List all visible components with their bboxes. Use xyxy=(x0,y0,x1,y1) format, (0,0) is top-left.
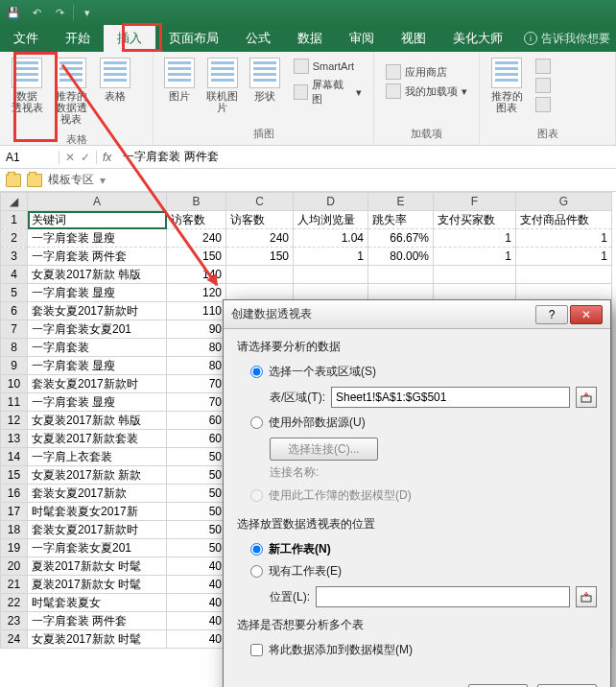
row-header[interactable]: 16 xyxy=(1,485,28,503)
row-header[interactable]: 3 xyxy=(1,248,28,266)
folder-icon[interactable] xyxy=(6,174,21,187)
tab-insert[interactable]: 插入 xyxy=(104,25,155,52)
recommended-pivot-button[interactable]: 推荐的 数据透视表 xyxy=(50,56,92,127)
cell[interactable]: 40 xyxy=(167,557,226,576)
tab-layout[interactable]: 页面布局 xyxy=(155,25,232,52)
close-button[interactable]: ✕ xyxy=(570,305,603,324)
row-header[interactable]: 13 xyxy=(1,430,28,448)
cell[interactable]: 60 xyxy=(167,430,226,448)
row-header[interactable]: 20 xyxy=(1,557,28,576)
chart-type-3[interactable] xyxy=(533,96,553,113)
cell[interactable]: 一字肩套装女夏201 xyxy=(28,539,167,557)
cell[interactable]: 40 xyxy=(167,612,226,630)
cell[interactable]: 女夏装2017新款 时髦 xyxy=(28,630,167,649)
row-header[interactable]: 2 xyxy=(1,229,28,248)
tab-beautify[interactable]: 美化大师 xyxy=(439,25,516,52)
cell[interactable] xyxy=(368,266,434,284)
cell[interactable]: 一字肩套装 两件套 xyxy=(28,248,167,266)
cell[interactable]: 90 xyxy=(167,320,226,339)
smartart-button[interactable]: SmartArt xyxy=(292,58,364,75)
opt-select-range[interactable]: 选择一个表或区域(S) xyxy=(237,361,597,383)
cell[interactable]: 时髦套装夏女 xyxy=(28,594,167,612)
cell[interactable]: 240 xyxy=(167,229,226,248)
cell[interactable]: 40 xyxy=(167,594,226,612)
cell[interactable]: 访客数 xyxy=(167,211,226,229)
cell[interactable]: 套装女夏2017新款时 xyxy=(28,521,167,539)
row-header[interactable]: 21 xyxy=(1,576,28,594)
cell[interactable]: 40 xyxy=(167,630,226,649)
row-header[interactable]: 11 xyxy=(1,393,28,412)
store-button[interactable]: 应用商店 xyxy=(384,63,469,81)
cell[interactable]: 支付商品件数 xyxy=(516,211,612,229)
cell[interactable] xyxy=(516,266,612,284)
row-header[interactable]: 18 xyxy=(1,521,28,539)
cell[interactable] xyxy=(294,266,368,284)
cell[interactable]: 50 xyxy=(167,448,226,466)
cell[interactable]: 一字肩套装 显瘦 xyxy=(28,393,167,412)
cell[interactable]: 访客数 xyxy=(226,211,294,229)
cell[interactable]: 150 xyxy=(226,248,294,266)
cell[interactable]: 66.67% xyxy=(368,229,434,248)
cell[interactable]: 1 xyxy=(434,248,516,266)
cell[interactable] xyxy=(434,266,516,284)
row-header[interactable]: 12 xyxy=(1,412,28,430)
cell[interactable]: 时髦套装夏女2017新 xyxy=(28,503,167,521)
row-header[interactable]: 4 xyxy=(1,266,28,284)
row-header[interactable]: 6 xyxy=(1,302,28,320)
formula-input[interactable]: 一字肩套装 两件套 xyxy=(117,149,224,165)
tell-me[interactable]: i 告诉我你想要 xyxy=(524,25,616,52)
cell[interactable]: 1 xyxy=(516,229,612,248)
name-box[interactable]: A1 xyxy=(0,151,59,164)
confirm-fx-icon[interactable]: ✓ xyxy=(81,151,90,164)
tab-review[interactable]: 审阅 xyxy=(336,25,388,52)
row-header[interactable]: 1 xyxy=(1,211,28,229)
cell[interactable]: 一字肩套装女夏201 xyxy=(28,320,167,339)
template-zone-button[interactable]: 模板专区 xyxy=(48,172,94,188)
cell[interactable]: 套装女夏2017新款时 xyxy=(28,302,167,320)
select-all-corner[interactable]: ◢ xyxy=(1,193,28,211)
qat-more-icon[interactable]: ▾ xyxy=(78,3,97,22)
table-button[interactable]: 表格 xyxy=(94,56,136,104)
location-input[interactable] xyxy=(316,586,570,607)
col-header[interactable]: C xyxy=(226,193,294,211)
cell[interactable]: 1.04 xyxy=(294,229,368,248)
table-row[interactable]: 4女夏装2017新款 韩版140 xyxy=(1,266,612,284)
row-header[interactable]: 5 xyxy=(1,284,28,302)
row-header[interactable]: 22 xyxy=(1,594,28,612)
tab-data[interactable]: 数据 xyxy=(284,25,336,52)
cell[interactable]: 80 xyxy=(167,357,226,375)
tab-file[interactable]: 文件 xyxy=(0,25,52,52)
row-header[interactable]: 14 xyxy=(1,448,28,466)
cell[interactable]: 60 xyxy=(167,412,226,430)
chart-type-2[interactable] xyxy=(533,77,553,94)
cell[interactable]: 夏装2017新款女 时髦 xyxy=(28,557,167,576)
col-header[interactable]: A xyxy=(28,193,167,211)
cell[interactable]: 1 xyxy=(294,248,368,266)
cell[interactable]: 一字肩套装 xyxy=(28,339,167,357)
cell[interactable]: 70 xyxy=(167,393,226,412)
opt-new-worksheet[interactable]: 新工作表(N) xyxy=(237,538,597,560)
redo-icon[interactable]: ↷ xyxy=(50,3,69,22)
tab-view[interactable]: 视图 xyxy=(388,25,439,52)
cell[interactable]: 套装女夏2017新款 xyxy=(28,485,167,503)
tab-formula[interactable]: 公式 xyxy=(232,25,284,52)
cell[interactable]: 50 xyxy=(167,485,226,503)
cell[interactable]: 80.00% xyxy=(368,248,434,266)
row-header[interactable]: 17 xyxy=(1,503,28,521)
cell[interactable] xyxy=(226,266,294,284)
col-header[interactable]: E xyxy=(368,193,434,211)
pivot-table-button[interactable]: 数据 透视表 xyxy=(6,56,48,115)
cell[interactable]: 一字肩套装 显瘦 xyxy=(28,357,167,375)
dialog-titlebar[interactable]: 创建数据透视表 ? ✕ xyxy=(224,300,610,329)
screenshot-button[interactable]: 屏幕截图 ▾ xyxy=(292,77,364,107)
opt-existing-worksheet[interactable]: 现有工作表(E) xyxy=(237,560,597,582)
table-row[interactable]: 2一字肩套装 显瘦2402401.0466.67%11 xyxy=(1,229,612,248)
cell[interactable]: 一字肩上衣套装 xyxy=(28,448,167,466)
recommended-charts-button[interactable]: 推荐的 图表 xyxy=(486,56,528,115)
cell[interactable]: 120 xyxy=(167,284,226,302)
range-input[interactable] xyxy=(331,387,570,408)
column-headers[interactable]: ◢ A B C D E F G xyxy=(1,193,612,211)
cell[interactable]: 140 xyxy=(167,266,226,284)
col-header[interactable]: F xyxy=(434,193,516,211)
cell[interactable]: 关键词 xyxy=(28,211,167,229)
